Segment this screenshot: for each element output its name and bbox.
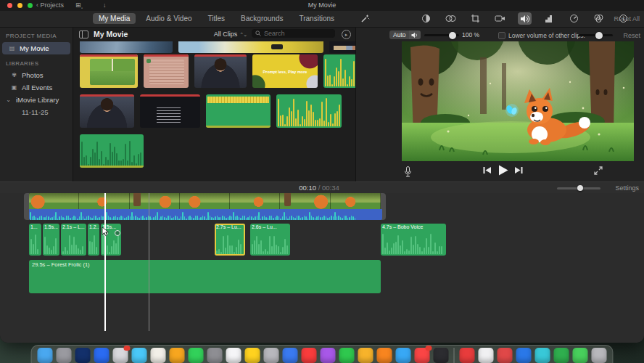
timeline-settings-button[interactable]: Settings [615,184,639,192]
previous-button[interactable] [483,166,492,174]
dock-app-icon[interactable] [554,348,569,363]
audio-clip[interactable]: 1.5s... [43,224,59,256]
dock-app-icon[interactable] [75,348,91,363]
dock-app-icon[interactable] [516,348,532,363]
tab-backgrounds[interactable]: Backgrounds [235,13,289,24]
play-button[interactable] [498,165,508,176]
audio-clip[interactable]: 4.7s – Bobo Voice [381,224,446,256]
media-thumbnail-audio-tall[interactable] [323,54,360,88]
tab-transitions[interactable]: Transitions [293,13,340,24]
dock-app-icon[interactable] [283,348,298,363]
media-thumbnail-gradient-blue[interactable] [80,41,173,53]
lower-volume-knob[interactable] [595,32,603,39]
audio-clip-selected[interactable]: 2.7s – Lu... [215,224,245,256]
reset-all-button[interactable]: Reset All [614,15,640,23]
dock-app-icon[interactable] [170,348,185,363]
filmstrip-frame[interactable] [130,193,180,209]
filmstrip-frame[interactable] [230,193,280,209]
dock-app-icon[interactable] [358,348,373,363]
video-audio-bar[interactable] [29,209,382,220]
tab-titles[interactable]: Titles [202,13,231,24]
dock-app-icon[interactable] [94,348,110,363]
autoplay-icon[interactable]: ▸ [342,30,351,39]
reset-button[interactable]: Reset [623,32,640,39]
clip-filter-icon[interactable] [592,12,606,25]
dock-app-icon[interactable] [38,348,53,363]
media-thumbnail-audio-band[interactable] [206,94,271,128]
media-thumbnail-webcam[interactable] [80,94,134,128]
timeline[interactable]: 1...1.5s...2.1s – L...1.2...1.5s...2.7s … [0,193,644,343]
speaker-button[interactable] [409,30,421,39]
dock[interactable] [31,345,614,363]
volume-slider-knob[interactable] [449,32,456,39]
fullscreen-icon[interactable] [594,166,603,175]
media-thumbnail-promo[interactable]: Prompt less, Play more [252,54,318,88]
video-preview[interactable] [402,41,634,161]
filmstrip-frame[interactable] [280,193,330,209]
audio-clip[interactable]: 2.1s – L... [61,224,86,256]
lower-volume-checkbox[interactable] [498,32,505,39]
clip-zoom-slider[interactable] [557,187,600,189]
sidebar-item-all-events[interactable]: ▣ All Events [0,81,73,94]
auto-volume-button[interactable]: Auto [389,30,410,39]
playhead[interactable] [104,193,106,331]
sidebar-item-imovie-library[interactable]: ⌄ iMovie Library [0,94,73,106]
microphone-icon[interactable] [404,166,412,177]
dock-app-icon[interactable] [434,348,449,363]
dock-app-icon[interactable] [245,348,260,363]
speed-icon[interactable] [567,12,581,25]
stabilization-icon[interactable] [493,12,507,25]
clip-trim-handle-left[interactable] [24,193,29,220]
fade-handle-icon[interactable] [115,230,120,236]
media-thumbnail-gradient-gold[interactable] [178,41,323,53]
lower-volume-slider[interactable] [578,34,613,36]
dock-app-icon[interactable] [302,348,317,363]
dock-app-icon[interactable] [113,348,128,363]
filmstrip-frame[interactable] [331,193,381,209]
dock-app-icon[interactable] [226,348,242,363]
media-thumbnail-notes[interactable] [144,54,189,88]
media-thumbnail-audio-tall[interactable] [276,94,342,128]
video-clip-filmstrip[interactable] [29,193,381,209]
audio-clip[interactable]: 1... [29,224,41,256]
dock-app-icon[interactable] [460,348,475,363]
dock-app-icon[interactable] [573,348,588,363]
tab-audio-video[interactable]: Audio & Video [140,13,197,24]
dock-app-icon[interactable] [339,348,355,363]
noise-reduction-icon[interactable] [542,12,556,25]
dock-app-icon[interactable] [151,348,166,363]
crop-icon[interactable] [468,12,482,25]
dock-app-icon[interactable] [207,348,223,363]
dock-app-icon[interactable] [498,348,513,363]
volume-icon[interactable] [518,12,532,25]
dock-app-icon[interactable] [132,348,147,363]
media-thumbnail-terminal[interactable] [140,94,200,128]
magic-wand-icon[interactable] [360,14,370,23]
tab-my-media[interactable]: My Media [93,13,136,24]
next-button[interactable] [514,166,523,174]
dock-app-icon[interactable] [321,348,336,363]
search-input[interactable]: Search [252,29,335,38]
clip-zoom-knob[interactable] [577,185,583,191]
media-thumbnail-fox-collage[interactable] [80,54,138,88]
media-thumbnail-webcam[interactable] [194,54,247,88]
filmstrip-frame[interactable] [29,193,79,209]
dock-app-icon[interactable] [377,348,392,363]
dock-app-icon[interactable] [189,348,204,363]
sidebar-item-my-movie[interactable]: ▤ My Movie [2,42,70,54]
color-balance-icon[interactable] [419,12,433,25]
dock-app-icon[interactable] [264,348,279,363]
color-correction-icon[interactable] [444,12,458,25]
dock-app-icon[interactable] [535,348,550,363]
filmstrip-frame[interactable] [180,193,230,209]
chevron-down-icon[interactable]: ⌄ [4,97,12,103]
dock-app-icon[interactable] [396,348,411,363]
sidebar-item-photos[interactable]: ✾ Photos [0,69,73,81]
media-thumbnail-audio-wave[interactable] [80,134,144,168]
clip-filter-dropdown[interactable]: All Clips⌃⌄ [214,30,247,38]
audio-clip[interactable]: 2.6s – Lu... [250,224,290,256]
dock-app-icon[interactable] [415,348,430,363]
sidebar-item-library-date[interactable]: 11-11-25 [0,106,73,118]
dock-app-icon[interactable] [592,348,607,363]
background-music-clip[interactable]: 29.5s – Forest Frolic (1) [29,260,381,293]
